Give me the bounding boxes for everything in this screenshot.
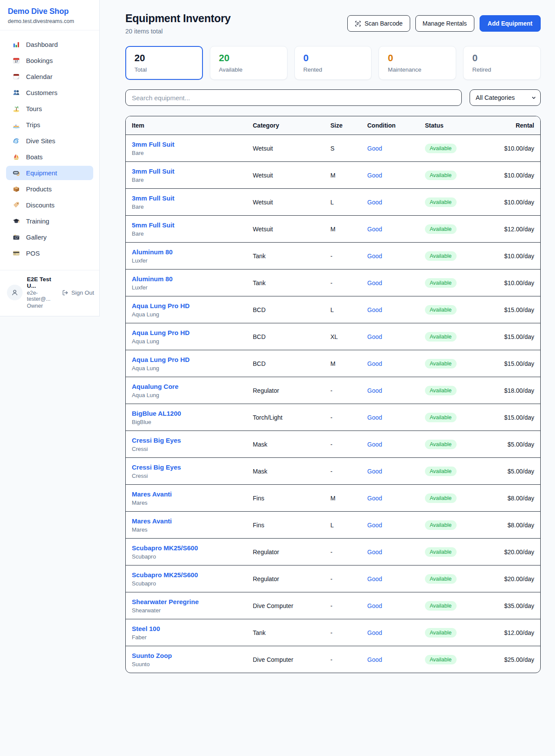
sidebar-item-products[interactable]: Products [6, 182, 93, 196]
item-category: Mask [253, 441, 330, 448]
condition-link[interactable]: Good [367, 629, 425, 636]
condition-link[interactable]: Good [367, 306, 425, 313]
item-name-link[interactable]: 5mm Full Suit [132, 221, 253, 229]
item-name-link[interactable]: Cressi Big Eyes [132, 463, 253, 471]
item-name-link[interactable]: Aqua Lung Pro HD [132, 302, 253, 309]
sidebar-item-label: Dive Sites [26, 137, 56, 145]
item-name-link[interactable]: Steel 100 [132, 625, 253, 632]
sidebar-item-tours[interactable]: Tours [6, 102, 93, 116]
item-name-link[interactable]: Shearwater Peregrine [132, 598, 253, 605]
sign-out-button[interactable]: Sign Out [62, 289, 94, 296]
sidebar-item-label: Tours [26, 105, 42, 112]
brand-name: Demo Dive Shop [8, 7, 91, 16]
item-name-link[interactable]: Scubapro MK25/S600 [132, 544, 253, 552]
condition-link[interactable]: Good [367, 414, 425, 421]
sidebar-item-customers[interactable]: Customers [6, 85, 93, 100]
sidebar-item-label: Products [26, 185, 52, 193]
table-row: Shearwater Peregrine Shearwater Dive Com… [126, 592, 540, 619]
sidebar-item-bookings[interactable]: 17 Bookings [6, 53, 93, 68]
item-name-link[interactable]: Aluminum 80 [132, 275, 253, 283]
condition-link[interactable]: Good [367, 145, 425, 152]
item-size: M [330, 360, 367, 367]
condition-link[interactable]: Good [367, 253, 425, 260]
condition-link[interactable]: Good [367, 602, 425, 609]
item-name-link[interactable]: Suunto Zoop [132, 652, 253, 659]
dashboard-icon [13, 41, 20, 48]
manage-rentals-button[interactable]: Manage Rentals [415, 15, 474, 32]
add-equipment-button[interactable]: Add Equipment [480, 15, 541, 32]
table-row: 3mm Full Suit Bare Wetsuit L Good Availa… [126, 188, 540, 215]
sidebar-item-dive-sites[interactable]: Dive Sites [6, 134, 93, 148]
sidebar-item-trips[interactable]: Trips [6, 118, 93, 132]
sidebar-item-boats[interactable]: Boats [6, 150, 93, 164]
sidebar-item-label: Discounts [26, 201, 55, 209]
stat-card-retired[interactable]: 0 Retired [463, 46, 541, 80]
item-cell: Aluminum 80 Luxfer [132, 275, 253, 291]
stat-card-maintenance[interactable]: 0 Maintenance [379, 46, 456, 80]
item-size: - [330, 602, 367, 609]
sidebar-item-gallery[interactable]: Gallery [6, 230, 93, 244]
sidebar-item-label: Customers [26, 89, 58, 96]
condition-link[interactable]: Good [367, 549, 425, 555]
item-size: L [330, 306, 367, 313]
item-name-link[interactable]: 3mm Full Suit [132, 168, 253, 175]
status-badge: Available [425, 467, 457, 476]
sidebar-item-pos[interactable]: POS [6, 246, 93, 260]
condition-link[interactable]: Good [367, 387, 425, 394]
condition-link[interactable]: Good [367, 172, 425, 179]
sidebar-item-dashboard[interactable]: Dashboard [6, 37, 93, 52]
status-badge: Available [425, 224, 457, 234]
condition-link[interactable]: Good [367, 575, 425, 582]
condition-link[interactable]: Good [367, 656, 425, 663]
item-cell: 3mm Full Suit Bare [132, 194, 253, 210]
item-name-link[interactable]: Aqualung Core [132, 383, 253, 390]
pos-icon [13, 250, 20, 257]
status-badge: Available [425, 493, 457, 503]
condition-link[interactable]: Good [367, 468, 425, 475]
rental-price: $10.00/day [491, 172, 534, 179]
sidebar-item-calendar[interactable]: Calendar [6, 69, 93, 84]
user-email: e2e-tester@... [27, 290, 58, 302]
user-role: Owner [27, 303, 58, 309]
item-size: M [330, 226, 367, 233]
item-name-link[interactable]: Mares Avanti [132, 517, 253, 525]
sidebar-item-label: Boats [26, 153, 42, 161]
brand-block[interactable]: Demo Dive Shop demo.test.divestreams.com [0, 0, 99, 30]
item-name-link[interactable]: Aqua Lung Pro HD [132, 329, 253, 336]
stat-card-available[interactable]: 20 Available [210, 46, 287, 80]
condition-link[interactable]: Good [367, 199, 425, 206]
item-name-link[interactable]: 3mm Full Suit [132, 194, 253, 202]
products-icon [13, 185, 20, 193]
scan-barcode-label: Scan Barcode [365, 20, 403, 27]
item-name-link[interactable]: Aqua Lung Pro HD [132, 356, 253, 363]
condition-link[interactable]: Good [367, 522, 425, 529]
item-brand: Aqua Lung [132, 365, 253, 371]
stat-label: Available [219, 66, 278, 73]
rental-price: $5.00/day [491, 441, 534, 448]
condition-link[interactable]: Good [367, 279, 425, 286]
condition-link[interactable]: Good [367, 360, 425, 367]
item-name-link[interactable]: 3mm Full Suit [132, 141, 253, 148]
sidebar-item-discounts[interactable]: Discounts [6, 198, 93, 212]
item-name-link[interactable]: BigBlue AL1200 [132, 410, 253, 417]
item-name-link[interactable]: Scubapro MK25/S600 [132, 571, 253, 579]
status-badge: Available [425, 628, 457, 638]
category-select[interactable]: All Categories [470, 89, 541, 106]
condition-link[interactable]: Good [367, 441, 425, 448]
rental-price: $20.00/day [491, 575, 534, 582]
stat-card-total[interactable]: 20 Total [125, 46, 203, 80]
items-total-count: 20 items total [125, 28, 231, 35]
condition-link[interactable]: Good [367, 226, 425, 233]
status-cell: Available [425, 251, 491, 261]
item-name-link[interactable]: Cressi Big Eyes [132, 437, 253, 444]
item-name-link[interactable]: Aluminum 80 [132, 248, 253, 256]
condition-link[interactable]: Good [367, 495, 425, 502]
scan-barcode-button[interactable]: Scan Barcode [347, 15, 410, 32]
search-input[interactable] [125, 89, 462, 106]
stat-card-rented[interactable]: 0 Rented [294, 46, 372, 80]
sidebar-item-equipment[interactable]: Equipment [6, 166, 93, 180]
sidebar-item-training[interactable]: Training [6, 214, 93, 228]
item-category: Fins [253, 495, 330, 502]
item-name-link[interactable]: Mares Avanti [132, 490, 253, 498]
condition-link[interactable]: Good [367, 333, 425, 340]
